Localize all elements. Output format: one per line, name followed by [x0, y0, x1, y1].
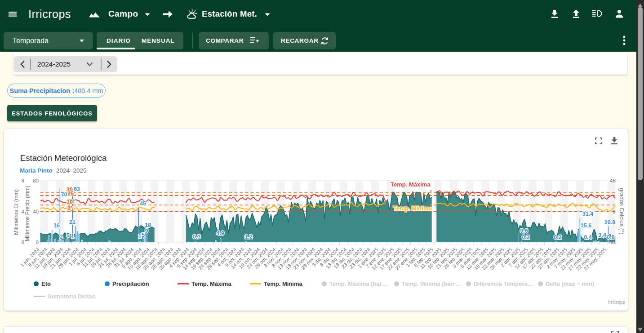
svg-text:8: 8	[22, 178, 24, 183]
svg-text:3.4: 3.4	[598, 232, 606, 238]
svg-text:16: 16	[53, 222, 60, 229]
svg-text:grados Celcius (°): grados Celcius (°)	[618, 188, 625, 234]
svg-text:0: 0	[613, 209, 615, 214]
svg-text:2: 2	[60, 234, 63, 240]
svg-text:Temp. Máxima: Temp. Máxima	[391, 181, 431, 188]
svg-text:20.8: 20.8	[604, 219, 615, 226]
svg-text:21: 21	[69, 219, 76, 225]
svg-text:0.3: 0.3	[193, 234, 200, 240]
svg-text:1: 1	[71, 233, 74, 240]
svg-text:48: 48	[610, 178, 616, 183]
svg-text:9.6: 9.6	[520, 228, 528, 234]
svg-text:31.4: 31.4	[582, 211, 593, 217]
svg-text:Milímetros Et (mm): Milímetros Et (mm)	[13, 189, 19, 235]
svg-text:18: 18	[145, 222, 151, 228]
svg-text:0.8: 0.8	[607, 234, 614, 240]
svg-text:5: 5	[67, 232, 70, 239]
svg-text:Temp. Mínima: Temp. Mínima	[393, 205, 432, 212]
svg-text:1: 1	[138, 233, 142, 240]
svg-text:0.4: 0.4	[584, 234, 591, 240]
svg-text:5: 5	[142, 232, 145, 238]
svg-text:9: 9	[145, 228, 148, 234]
svg-text:0.2: 0.2	[554, 234, 561, 240]
svg-text:1.2: 1.2	[244, 234, 252, 240]
svg-text:25: 25	[67, 191, 74, 197]
svg-text:4.9: 4.9	[216, 230, 224, 236]
svg-text:0°: 0°	[67, 205, 73, 212]
svg-text:15.6: 15.6	[581, 222, 591, 229]
svg-text:0.2: 0.2	[522, 234, 529, 240]
svg-text:10°: 10°	[67, 199, 75, 205]
svg-text:Milímetros Precip (mm): Milímetros Precip (mm)	[24, 186, 31, 241]
svg-text:45: 45	[140, 200, 146, 207]
svg-text:70: 70	[61, 191, 67, 198]
svg-text:80: 80	[33, 178, 39, 183]
svg-text:63: 63	[74, 186, 80, 192]
svg-text:40: 40	[33, 209, 39, 214]
svg-text:0: 0	[36, 240, 39, 245]
